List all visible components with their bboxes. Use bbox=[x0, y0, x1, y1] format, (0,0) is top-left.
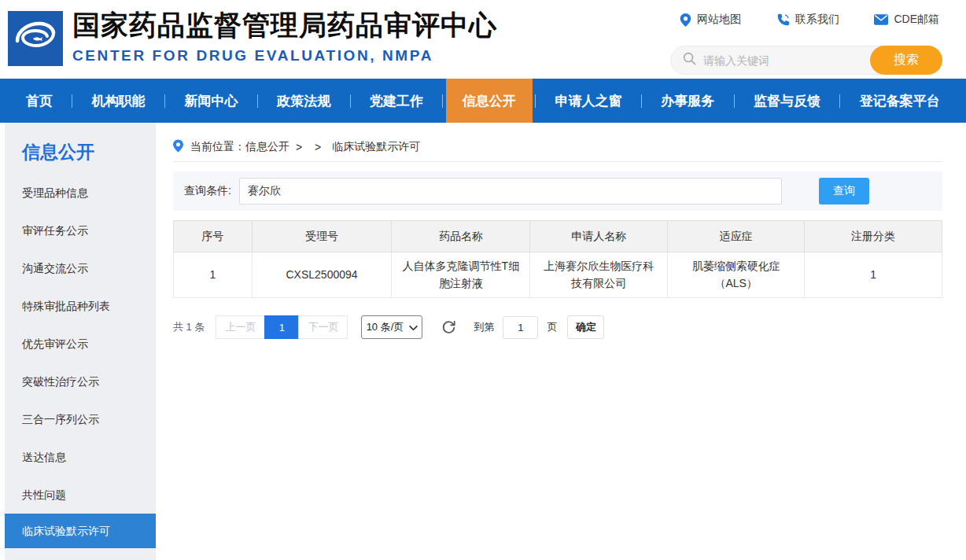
breadcrumb-prefix: 当前位置： bbox=[190, 140, 245, 154]
nav-separator bbox=[257, 94, 258, 108]
site-title: 国家药品监督管理局药品审评中心 bbox=[72, 8, 497, 42]
location-pin-icon bbox=[173, 139, 190, 155]
col-header-index: 序号 bbox=[174, 221, 253, 252]
nav-item-home[interactable]: 首页 bbox=[9, 79, 69, 123]
sidebar-item-breakthrough-therapy[interactable]: 突破性治疗公示 bbox=[5, 363, 156, 400]
col-header-drug-name: 药品名称 bbox=[392, 221, 530, 252]
mailbox-link-label: CDE邮箱 bbox=[894, 13, 939, 27]
main-area: 信息公开 受理品种信息 审评任务公示 沟通交流公示 特殊审批品种列表 优先审评公… bbox=[0, 123, 966, 560]
nav-item-registration-platform[interactable]: 登记备案平台 bbox=[843, 79, 957, 123]
mail-icon bbox=[874, 14, 888, 25]
sidebar-item-communication[interactable]: 沟通交流公示 bbox=[5, 249, 156, 287]
nav-item-news[interactable]: 新闻中心 bbox=[168, 79, 255, 123]
sitemap-link[interactable]: 网站地图 bbox=[680, 13, 741, 27]
query-condition-label: 查询条件: bbox=[184, 184, 231, 198]
next-page-button[interactable]: 下一页 bbox=[298, 315, 348, 339]
sidebar-item-delivery-info[interactable]: 送达信息 bbox=[5, 438, 156, 476]
site-search-input[interactable] bbox=[703, 54, 870, 67]
content-area: 当前位置： 信息公开 > > 临床试验默示许可 查询条件: 查询 序号 受理号 … bbox=[173, 123, 942, 560]
nav-separator bbox=[734, 94, 735, 108]
cell-applicant-name: 上海赛尔欣生物医疗科技有限公司 bbox=[530, 252, 668, 298]
sidebar-item-three-in-one[interactable]: 三合一序列公示 bbox=[5, 400, 156, 438]
table-row: 1 CXSL2500094 人自体多克隆调节性T细胞注射液 上海赛尔欣生物医疗科… bbox=[174, 252, 942, 298]
breadcrumb-section[interactable]: 信息公开 bbox=[245, 140, 289, 154]
breadcrumb-separator: > > bbox=[296, 141, 326, 153]
goto-page-input[interactable] bbox=[503, 316, 538, 339]
nav-separator bbox=[164, 94, 165, 108]
contact-link[interactable]: 联系我们 bbox=[776, 13, 839, 27]
breadcrumb-current: 临床试验默示许可 bbox=[332, 140, 420, 154]
site-search-button[interactable]: 搜索 bbox=[870, 46, 942, 75]
pagination: 共 1 条 上一页 1 下一页 10 条/页 到第 页 确定 bbox=[173, 315, 942, 339]
sitemap-link-label: 网站地图 bbox=[697, 13, 741, 27]
search-icon bbox=[683, 52, 696, 68]
table-header-row: 序号 受理号 药品名称 申请人名称 适应症 注册分类 bbox=[174, 221, 942, 252]
sidebar: 信息公开 受理品种信息 审评任务公示 沟通交流公示 特殊审批品种列表 优先审评公… bbox=[5, 123, 156, 560]
refresh-icon[interactable] bbox=[441, 320, 456, 335]
nav-item-services[interactable]: 办事服务 bbox=[644, 79, 731, 123]
cde-logo bbox=[8, 11, 63, 66]
sidebar-item-priority-review[interactable]: 优先审评公示 bbox=[5, 325, 156, 363]
query-panel: 查询条件: 查询 bbox=[173, 171, 942, 211]
page-unit-label: 页 bbox=[547, 320, 557, 334]
cell-indication: 肌萎缩侧索硬化症（ALS） bbox=[668, 252, 805, 298]
nav-item-policies[interactable]: 政策法规 bbox=[260, 79, 347, 123]
main-nav: 首页 机构职能 新闻中心 政策法规 党建工作 信息公开 申请人之窗 办事服务 监… bbox=[0, 79, 966, 123]
site-title-block: 国家药品监督管理局药品审评中心 CENTER FOR DRUG EVALUATI… bbox=[72, 8, 497, 64]
logo-icon bbox=[13, 14, 58, 63]
page-number-1[interactable]: 1 bbox=[264, 315, 299, 339]
nav-item-functions[interactable]: 机构职能 bbox=[76, 79, 162, 123]
goto-page-label: 到第 bbox=[474, 320, 494, 334]
mailbox-link[interactable]: CDE邮箱 bbox=[874, 13, 939, 27]
nav-separator bbox=[72, 94, 72, 108]
nav-item-supervision[interactable]: 监督与反馈 bbox=[737, 79, 837, 123]
sidebar-item-clinical-trial-implied-license[interactable]: 临床试验默示许可 bbox=[5, 514, 156, 548]
quick-links: 网站地图 联系我们 CDE邮箱 bbox=[680, 13, 939, 27]
sidebar-item-review-tasks[interactable]: 审评任务公示 bbox=[5, 212, 156, 249]
nav-item-info-disclosure[interactable]: 信息公开 bbox=[446, 79, 533, 123]
nav-separator bbox=[350, 94, 351, 108]
phone-icon bbox=[776, 13, 790, 27]
sidebar-item-common-issues[interactable]: 共性问题 bbox=[5, 476, 156, 514]
cell-index: 1 bbox=[174, 252, 253, 298]
results-table: 序号 受理号 药品名称 申请人名称 适应症 注册分类 1 CXSL2500094… bbox=[173, 220, 942, 298]
nav-separator bbox=[535, 94, 536, 108]
col-header-registration-category: 注册分类 bbox=[805, 221, 942, 252]
page-size-value: 10 条/页 bbox=[367, 320, 404, 334]
cell-acceptance-number: CXSL2500094 bbox=[252, 252, 392, 298]
col-header-indication: 适应症 bbox=[668, 221, 805, 252]
sidebar-item-accepted-varieties[interactable]: 受理品种信息 bbox=[5, 174, 156, 212]
col-header-acceptance-number: 受理号 bbox=[252, 221, 392, 252]
nav-separator bbox=[839, 94, 840, 108]
site-search-bar: 搜索 bbox=[670, 46, 942, 75]
query-condition-input[interactable] bbox=[239, 178, 782, 204]
pagination-total: 共 1 条 bbox=[173, 320, 205, 334]
nav-separator bbox=[641, 94, 642, 108]
page-size-select[interactable]: 10 条/页 bbox=[361, 315, 422, 339]
confirm-button[interactable]: 确定 bbox=[567, 315, 604, 339]
site-header: 国家药品监督管理局药品审评中心 CENTER FOR DRUG EVALUATI… bbox=[0, 0, 966, 79]
nav-item-applicant-window[interactable]: 申请人之窗 bbox=[539, 79, 639, 123]
sidebar-item-special-approval[interactable]: 特殊审批品种列表 bbox=[5, 287, 156, 325]
cell-drug-name: 人自体多克隆调节性T细胞注射液 bbox=[392, 252, 530, 298]
sidebar-title: 信息公开 bbox=[5, 140, 156, 164]
breadcrumb: 当前位置： 信息公开 > > 临床试验默示许可 bbox=[173, 132, 942, 162]
query-button[interactable]: 查询 bbox=[819, 178, 869, 204]
nav-item-party[interactable]: 党建工作 bbox=[353, 79, 440, 123]
col-header-applicant-name: 申请人名称 bbox=[530, 221, 668, 252]
site-subtitle: CENTER FOR DRUG EVALUATION, NMPA bbox=[72, 47, 497, 64]
prev-page-button[interactable]: 上一页 bbox=[216, 315, 265, 339]
cell-registration-category: 1 bbox=[805, 252, 942, 298]
map-pin-icon bbox=[680, 13, 691, 27]
nav-separator bbox=[442, 94, 443, 108]
contact-link-label: 联系我们 bbox=[795, 13, 839, 27]
chevron-down-icon bbox=[409, 322, 418, 333]
